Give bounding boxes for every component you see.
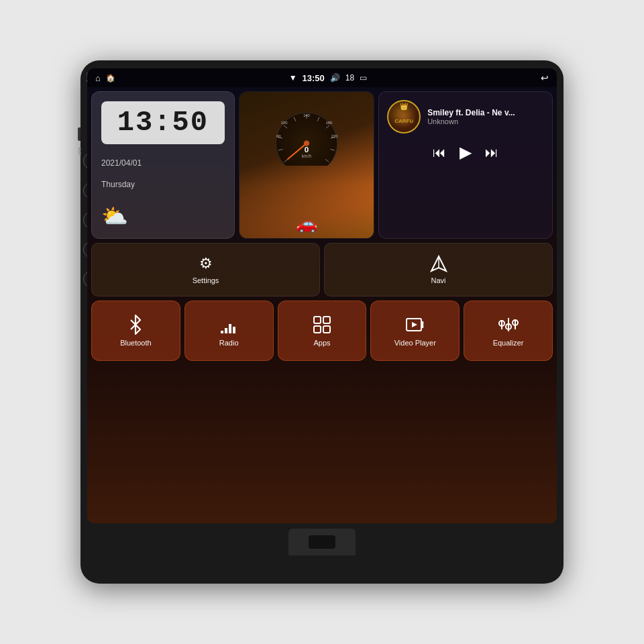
svg-rect-27 <box>314 317 321 323</box>
volume-icon: 🔊 <box>330 73 340 83</box>
bluetooth-button[interactable]: Bluetooth <box>91 301 180 361</box>
apps-icon <box>312 315 332 335</box>
navi-card[interactable]: Navi <box>324 243 553 297</box>
equalizer-label: Equalizer <box>493 339 524 347</box>
volume-level: 18 <box>345 73 354 83</box>
clock-display: 13:50 <box>101 101 225 144</box>
wifi-icon: ▼ <box>289 73 297 83</box>
car-head-unit: MIC RST MIC RST ⏻ ⌂ ↺ 🔊 🔉 ⌂ 🏠 ▼ 13:50 <box>80 60 564 584</box>
car-icon: 🚗 <box>296 213 317 234</box>
music-header: 👑 CARFU Smiley ft. Delia - Ne v... Unkno… <box>387 100 544 133</box>
carfu-logo: CARFU <box>394 118 413 124</box>
album-art: 👑 CARFU <box>387 100 421 133</box>
bluetooth-label: Bluetooth <box>120 339 151 347</box>
device-bottom <box>87 523 557 584</box>
equalizer-button[interactable]: Equalizer <box>464 301 553 361</box>
svg-rect-23 <box>221 331 223 333</box>
svg-rect-28 <box>323 317 330 323</box>
svg-text:60: 60 <box>276 134 281 138</box>
battery-icon: ▭ <box>360 73 367 83</box>
video-player-button[interactable]: Video Player <box>370 301 460 361</box>
svg-rect-26 <box>233 327 235 333</box>
clock-widget[interactable]: 13:50 2021/04/01 Thursday ⛅ <box>91 91 235 239</box>
music-info: Smiley ft. Delia - Ne v... Unknown <box>427 108 544 125</box>
prev-button[interactable]: ⏮ <box>433 145 446 160</box>
svg-text:km/h: km/h <box>302 154 312 158</box>
settings-icon: ⚙ <box>199 255 213 272</box>
speedo-svg: 60 100 140 180 220 0 <box>260 99 354 166</box>
bottom-dock: Bluetooth Radio <box>91 301 553 361</box>
speedometer-widget: 60 100 140 180 220 0 <box>239 91 374 239</box>
mount-bracket <box>288 529 356 555</box>
clock-date: 2021/04/01 <box>101 158 225 168</box>
top-row: 13:50 2021/04/01 Thursday ⛅ <box>91 91 553 239</box>
settings-row: ⚙ Settings Navi <box>91 243 553 297</box>
svg-text:220: 220 <box>331 134 338 138</box>
main-content: 13:50 2021/04/01 Thursday ⛅ <box>87 87 557 523</box>
radio-icon <box>219 315 239 335</box>
weather-icon: ⛅ <box>101 203 225 229</box>
video-icon <box>405 315 425 335</box>
screen: ⌂ 🏠 ▼ 13:50 🔊 18 ▭ ↩ <box>87 68 557 523</box>
rst-label: RST <box>78 148 82 156</box>
settings-card[interactable]: ⚙ Settings <box>91 243 320 297</box>
radio-label: Radio <box>219 339 239 347</box>
radio-button[interactable]: Radio <box>184 301 274 361</box>
apps-button[interactable]: Apps <box>278 301 367 361</box>
bluetooth-icon <box>125 315 146 335</box>
back-status-icon: ↩ <box>541 72 549 83</box>
next-button[interactable]: ⏭ <box>485 145 498 160</box>
svg-text:180: 180 <box>325 121 332 125</box>
road-scene: 🚗 <box>239 184 374 238</box>
svg-rect-24 <box>225 328 227 333</box>
svg-text:0: 0 <box>305 145 309 154</box>
svg-rect-25 <box>229 324 231 333</box>
crown-icon: 👑 <box>400 103 408 110</box>
video-player-label: Video Player <box>394 339 436 347</box>
music-artist: Unknown <box>427 117 544 125</box>
music-widget[interactable]: 👑 CARFU Smiley ft. Delia - Ne v... Unkno… <box>378 91 553 239</box>
home2-status-icon: 🏠 <box>106 74 115 83</box>
bracket-hole <box>309 535 335 549</box>
svg-rect-30 <box>323 326 330 333</box>
music-controls: ⏮ ▶ ⏭ <box>387 143 544 162</box>
svg-text:100: 100 <box>281 121 288 125</box>
home-status-icon: ⌂ <box>95 73 101 83</box>
svg-marker-32 <box>412 322 417 327</box>
settings-label: Settings <box>193 276 219 284</box>
status-bar: ⌂ 🏠 ▼ 13:50 🔊 18 ▭ ↩ <box>87 68 557 87</box>
apps-label: Apps <box>313 339 330 347</box>
navi-label: Navi <box>431 276 445 284</box>
navi-icon <box>430 255 447 272</box>
svg-rect-29 <box>314 326 321 333</box>
equalizer-icon <box>498 315 519 335</box>
play-button[interactable]: ▶ <box>460 143 472 162</box>
music-title: Smiley ft. Delia - Ne v... <box>427 108 544 117</box>
clock-time: 13:50 <box>112 107 214 139</box>
svg-text:140: 140 <box>303 113 310 117</box>
status-time: 13:50 <box>303 73 325 83</box>
clock-day: Thursday <box>101 180 225 189</box>
